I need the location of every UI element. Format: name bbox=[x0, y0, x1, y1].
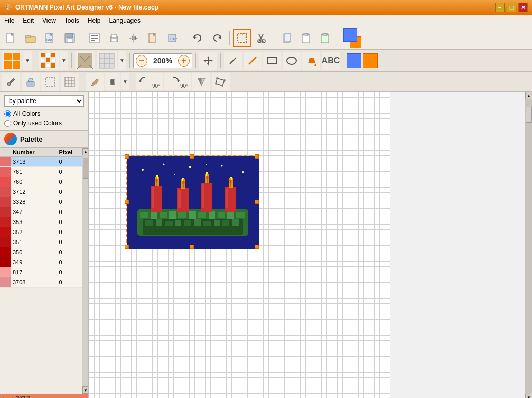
primary-color-swatch[interactable] bbox=[343, 28, 357, 42]
color1-tool[interactable] bbox=[347, 53, 361, 68]
handle-ml[interactable] bbox=[125, 200, 129, 204]
select-rect-tool[interactable] bbox=[41, 73, 59, 91]
cut-tool[interactable] bbox=[253, 29, 270, 47]
panel-scroll-down[interactable]: ▼ bbox=[82, 386, 88, 394]
pattern2-dropdown[interactable]: ▼ bbox=[60, 51, 68, 70]
table-row[interactable]: 817 0 bbox=[0, 267, 88, 277]
svg-rect-39 bbox=[13, 61, 20, 69]
table-row[interactable]: 347 0 bbox=[0, 207, 88, 217]
eyedropper-tool[interactable] bbox=[2, 73, 20, 91]
menu-languages[interactable]: Languages bbox=[105, 16, 145, 25]
paste-button[interactable] bbox=[297, 29, 315, 47]
open-button[interactable] bbox=[22, 29, 40, 47]
menu-tools[interactable]: Tools bbox=[60, 16, 83, 25]
only-used-radio[interactable] bbox=[4, 120, 11, 127]
brush2-button[interactable]: ▓ bbox=[105, 73, 120, 90]
pattern4-dropdown[interactable]: ▼ bbox=[118, 51, 126, 70]
canvas-area[interactable]: ▲ ▼ ◀ | ▶ bbox=[89, 92, 532, 398]
maximize-button[interactable]: □ bbox=[507, 3, 516, 12]
all-colors-radio-label[interactable]: All Colors bbox=[4, 110, 84, 117]
table-row[interactable]: 3708 0 bbox=[0, 277, 88, 288]
table-row[interactable]: 761 0 bbox=[0, 167, 88, 177]
handle-mr[interactable] bbox=[255, 200, 259, 204]
svg-point-131 bbox=[242, 171, 244, 173]
ellipse-tool[interactable] bbox=[283, 52, 301, 70]
menu-file[interactable]: File bbox=[0, 16, 18, 25]
flip-h-button[interactable] bbox=[192, 73, 210, 91]
brush-tool[interactable] bbox=[86, 73, 104, 91]
panel-scroll-up[interactable]: ▲ bbox=[82, 148, 88, 155]
select-tool[interactable] bbox=[233, 29, 251, 47]
color2-tool[interactable] bbox=[363, 53, 378, 68]
handle-tl[interactable] bbox=[125, 154, 129, 159]
close-button[interactable]: ✕ bbox=[518, 3, 528, 12]
canvas-scroll-down[interactable]: ▼ bbox=[525, 394, 532, 398]
bucket-tool[interactable] bbox=[22, 73, 40, 91]
svg-rect-3 bbox=[26, 35, 30, 38]
redo-button[interactable] bbox=[208, 29, 226, 47]
rotate-cw-button[interactable]: 90° bbox=[164, 73, 191, 90]
edit-button[interactable] bbox=[86, 29, 104, 47]
import-button[interactable]: IMG bbox=[41, 29, 59, 47]
pattern2-button[interactable] bbox=[39, 51, 59, 70]
svg-rect-15 bbox=[111, 34, 117, 38]
grid-tool[interactable] bbox=[61, 73, 79, 91]
line-tool[interactable] bbox=[244, 52, 262, 70]
svg-text:IMG: IMG bbox=[46, 39, 53, 42]
table-row[interactable]: 352 0 bbox=[0, 227, 88, 237]
table-row[interactable]: 351 0 bbox=[0, 237, 88, 247]
table-row[interactable]: 349 0 bbox=[0, 257, 88, 267]
pattern3-button[interactable] bbox=[75, 51, 95, 70]
all-colors-radio[interactable] bbox=[4, 110, 11, 117]
table-row[interactable]: 350 0 bbox=[0, 247, 88, 257]
zoom-out-button[interactable]: − bbox=[136, 55, 147, 67]
print-button[interactable] bbox=[105, 29, 123, 47]
table-row[interactable]: 3713 0 bbox=[0, 157, 88, 167]
pattern1-button[interactable] bbox=[2, 51, 22, 70]
panel-scroll-thumb[interactable] bbox=[83, 158, 88, 179]
app-icon: 🎨 bbox=[4, 4, 12, 11]
svg-rect-67 bbox=[65, 77, 74, 87]
handle-br[interactable] bbox=[255, 245, 259, 249]
export-button[interactable] bbox=[144, 29, 162, 47]
settings-button[interactable] bbox=[125, 29, 143, 47]
table-row[interactable]: 3712 0 bbox=[0, 187, 88, 197]
brush2-dropdown[interactable]: ▼ bbox=[121, 73, 129, 90]
fill-tool[interactable] bbox=[302, 52, 320, 70]
menu-view[interactable]: View bbox=[38, 16, 60, 25]
color-table-scroll[interactable]: Number Pixel 3713 0 761 0 760 0 3712 0 3… bbox=[0, 148, 88, 307]
canvas-scroll-up[interactable]: ▲ bbox=[525, 92, 532, 99]
transform-button[interactable] bbox=[212, 73, 230, 91]
table-row[interactable]: 353 0 bbox=[0, 217, 88, 227]
move-tool[interactable] bbox=[199, 52, 217, 70]
rect-tool[interactable] bbox=[263, 52, 281, 70]
color-number: 350 bbox=[11, 247, 57, 257]
palette-filter-dropdown[interactable]: by palette bbox=[4, 95, 84, 107]
color-number: 3713 bbox=[11, 157, 57, 167]
save-button[interactable] bbox=[61, 29, 79, 47]
handle-tm[interactable] bbox=[190, 154, 194, 159]
minimize-button[interactable]: – bbox=[495, 3, 505, 12]
svg-marker-62 bbox=[314, 63, 316, 66]
pattern4-button[interactable] bbox=[97, 51, 117, 70]
table-row[interactable]: 760 0 bbox=[0, 177, 88, 187]
pixel-art[interactable] bbox=[126, 155, 258, 248]
text-tool[interactable]: ABC bbox=[322, 52, 340, 70]
pencil-tool[interactable] bbox=[224, 52, 242, 70]
zoom-in-button[interactable]: + bbox=[178, 55, 190, 67]
handle-tr[interactable] bbox=[255, 154, 259, 159]
menu-help[interactable]: Help bbox=[83, 16, 105, 25]
pattern-dropdown[interactable]: ▼ bbox=[23, 51, 32, 70]
handle-bl[interactable] bbox=[125, 245, 129, 249]
canvas-scroll-thumb-v[interactable] bbox=[526, 107, 532, 123]
rotate-ccw-button[interactable]: 90° bbox=[136, 73, 163, 90]
only-used-radio-label[interactable]: Only used Colors bbox=[4, 119, 84, 127]
undo-button[interactable] bbox=[189, 29, 207, 47]
copy-button[interactable] bbox=[277, 29, 295, 47]
menu-edit[interactable]: Edit bbox=[18, 16, 38, 25]
export2-button[interactable]: EXP bbox=[164, 29, 182, 47]
new-button[interactable] bbox=[2, 29, 20, 47]
handle-bm[interactable] bbox=[190, 245, 194, 249]
table-row[interactable]: 3328 0 bbox=[0, 197, 88, 207]
paste2-button[interactable] bbox=[316, 29, 334, 47]
